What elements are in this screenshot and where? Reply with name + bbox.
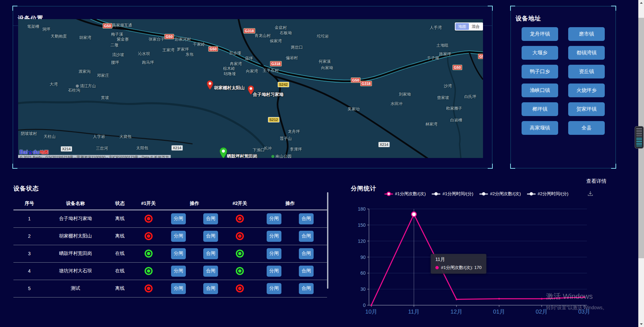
- corner-bracket-icon: [488, 164, 493, 169]
- switch2-indicator: [226, 284, 253, 292]
- trip-button[interactable]: 分闸: [267, 231, 281, 242]
- map-marker-label: 合子坳村习家坳: [253, 92, 283, 98]
- status-light-icon: [236, 284, 244, 292]
- map-marker[interactable]: [219, 147, 227, 158]
- address-button[interactable]: 贺家坪镇: [568, 102, 605, 116]
- address-button[interactable]: 渔峡口镇: [522, 84, 558, 97]
- map-place-label: 莲子山: [280, 136, 292, 142]
- map-place-label: 紫金寨: [117, 37, 129, 42]
- switch-actions: 分闸合闸: [163, 283, 226, 294]
- close-button[interactable]: 合闸: [203, 248, 218, 259]
- trip-statistics-section: 分闸统计 查看详情 #1分闸次数/(次)#1分闸时间/(分)#2分闸次数/(次)…: [349, 176, 617, 327]
- chart-plot[interactable]: [349, 176, 617, 317]
- column-header: #2开关: [226, 201, 253, 207]
- address-button[interactable]: 龙舟坪镇: [522, 27, 558, 41]
- scroll-down-button[interactable]: [638, 321, 644, 327]
- status-light-icon: [145, 284, 153, 292]
- close-button[interactable]: 合闸: [299, 248, 314, 259]
- x-axis-label: 02月: [530, 308, 553, 316]
- trip-button[interactable]: 分闸: [171, 213, 186, 224]
- map-place-label: 坨坨岩: [317, 34, 329, 39]
- baidu-logo[interactable]: Bai du 地图: [19, 149, 48, 155]
- map-place-label: 大湾: [50, 81, 58, 87]
- map-place-label: 邓家庄: [97, 73, 109, 78]
- status-light-icon: [145, 215, 153, 223]
- status-light-icon: [145, 250, 153, 258]
- map-place-label: 跑马坪: [142, 60, 154, 65]
- switch2-indicator: [226, 232, 253, 240]
- map-place-label: 流沙坡: [112, 52, 124, 58]
- table-scrollbar[interactable]: [327, 192, 328, 289]
- trip-button[interactable]: 分闸: [267, 213, 281, 224]
- close-button[interactable]: 合闸: [299, 231, 314, 242]
- road-badge: G318: [270, 61, 282, 66]
- switch1-indicator: [134, 232, 163, 240]
- trip-button[interactable]: 分闸: [267, 283, 281, 294]
- y-axis-label: 60: [350, 270, 366, 276]
- switch2-indicator: [226, 267, 253, 275]
- map-place-label: 庙坪: [245, 56, 253, 61]
- trip-button[interactable]: 分闸: [267, 266, 281, 277]
- address-button[interactable]: 高家堰镇: [522, 121, 558, 135]
- address-button[interactable]: 全县: [568, 121, 605, 135]
- close-button[interactable]: 合闸: [299, 213, 314, 224]
- switch2-indicator: [226, 250, 253, 258]
- device-table-header: 序号设备名称状态#1开关操作#2开关操作: [13, 198, 327, 210]
- close-button[interactable]: 合闸: [203, 283, 218, 294]
- map-place-label: 沙湾: [444, 83, 452, 89]
- address-button[interactable]: 大堰乡: [522, 46, 558, 60]
- close-button[interactable]: 合闸: [203, 213, 218, 224]
- status-light-icon: [236, 215, 244, 223]
- y-axis-label: 180: [350, 206, 366, 212]
- data-point: [456, 298, 458, 300]
- y-axis-label: 30: [350, 286, 366, 292]
- map-place-label: 林家湾: [425, 121, 437, 127]
- map-pin-icon: [219, 147, 227, 158]
- address-button[interactable]: 资丘镇: [568, 65, 605, 78]
- address-button[interactable]: 榔坪镇: [522, 102, 558, 116]
- map-place-label: 三岔河: [96, 146, 108, 151]
- map-place-label: 欧家圈子: [446, 106, 462, 111]
- tooltip-month: 11月: [435, 257, 482, 263]
- corner-bracket-icon: [510, 6, 515, 11]
- switch-actions: 分闸合闸: [163, 231, 226, 242]
- device-status-title: 设备状态: [13, 181, 329, 193]
- close-button[interactable]: 合闸: [203, 231, 218, 242]
- map-place-label: 咕噜垭: [224, 71, 236, 77]
- close-button[interactable]: 合闸: [299, 266, 314, 277]
- map-place-label: 阴坡坡村: [21, 131, 37, 137]
- row-index: 4: [13, 268, 45, 274]
- address-button[interactable]: 磨市镇: [568, 27, 605, 41]
- close-button[interactable]: 合闸: [203, 266, 218, 277]
- map-place-label: 向家坳: [321, 65, 333, 71]
- trip-button[interactable]: 分闸: [267, 248, 281, 259]
- close-button[interactable]: 合闸: [299, 283, 314, 294]
- logo-text: Bai: [19, 149, 28, 155]
- trip-button[interactable]: 分闸: [171, 248, 186, 259]
- map-marker[interactable]: [207, 80, 213, 91]
- scroll-indicator-widget[interactable]: [635, 126, 644, 149]
- trip-button[interactable]: 分闸: [171, 231, 186, 242]
- map-place-label: 火烧包: [119, 134, 131, 140]
- baidu-map[interactable]: 笔架槽洞坪天鹅抱蛋胡家湾高家堰互通梅子溪紫金寨二墩流沙坡沁水坝腰坪跑马坪渡家沟邓…: [18, 19, 483, 158]
- y-axis-label: 90: [350, 255, 366, 260]
- road-badge: G318: [360, 81, 372, 86]
- x-axis-label: 10月: [360, 308, 383, 316]
- hybrid-mode-button[interactable]: 混合: [469, 23, 482, 30]
- address-button[interactable]: 火烧坪乡: [568, 84, 605, 97]
- table-row: 1合子坳村习家坳离线分闸合闸分闸合闸: [13, 210, 327, 228]
- browser-scrollbar[interactable]: [638, 0, 644, 327]
- scroll-up-button[interactable]: [638, 0, 644, 6]
- map-place-label: 张家台子: [149, 37, 165, 42]
- park-icon: [271, 155, 274, 158]
- trip-button[interactable]: 分闸: [171, 283, 186, 294]
- device-status: 离线: [106, 233, 134, 239]
- status-light-icon: [236, 267, 244, 275]
- device-name: 塘坊河村大石坝: [45, 268, 106, 274]
- trip-button[interactable]: 分闸: [171, 266, 186, 277]
- row-index: 1: [13, 216, 45, 221]
- map-place-label: 王子石村: [263, 68, 279, 73]
- map-mode-button[interactable]: 地图: [455, 23, 469, 30]
- address-button[interactable]: 都镇湾镇: [568, 46, 605, 60]
- address-button[interactable]: 鸭子口乡: [522, 65, 558, 78]
